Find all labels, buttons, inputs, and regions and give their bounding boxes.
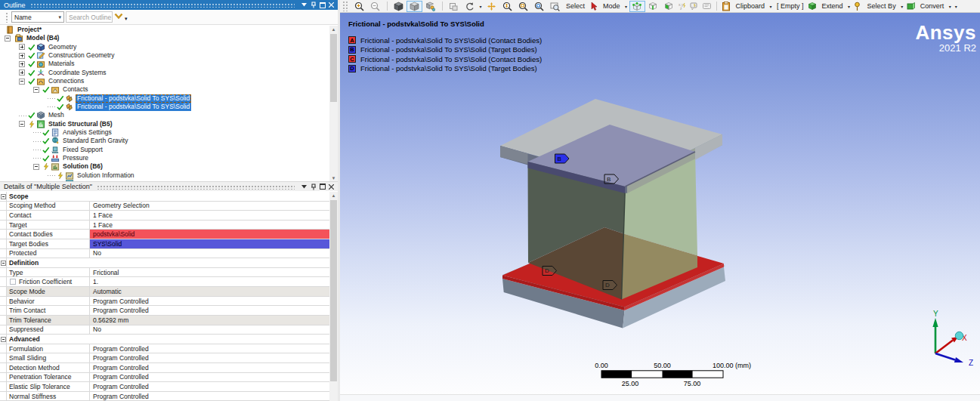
tree-item-construction-geometry[interactable]: Construction Geometry <box>0 51 330 60</box>
details-value[interactable]: 0.56292 mm <box>90 316 329 325</box>
manage-views-icon[interactable] <box>422 1 438 12</box>
tree-item-static-structural-b5[interactable]: Static Structural (B5) <box>0 120 330 128</box>
tree-item-analysis-settings[interactable]: Analysis Settings <box>0 128 330 137</box>
details-scrollbar[interactable]: ▲ <box>329 192 338 401</box>
toolbar-drag-handle[interactable] <box>342 1 348 11</box>
shaded-view-cube-icon[interactable] <box>407 1 422 12</box>
details-row-gutter[interactable] <box>0 258 7 267</box>
details-scroll-thumb[interactable] <box>330 200 337 381</box>
tree-expander-minus-icon[interactable] <box>33 164 39 170</box>
select-by-label[interactable]: Select By <box>864 1 899 12</box>
tree-expander-minus-icon[interactable] <box>19 121 25 127</box>
tree-filter-type-combobox[interactable]: Name ▾ <box>11 11 64 23</box>
orientation-triad[interactable]: YXZ <box>932 310 973 367</box>
outline-more-caret-icon[interactable]: ▾ <box>125 16 128 22</box>
group-collapse-icon[interactable] <box>1 194 6 199</box>
extend-label[interactable]: Extend <box>819 1 846 12</box>
details-value[interactable]: Frictional <box>90 268 329 277</box>
tree-expander-minus-icon[interactable] <box>19 79 25 85</box>
tree-expander-plus-icon[interactable] <box>19 44 25 50</box>
rotate-dropdown-caret[interactable]: ▾ <box>478 1 484 12</box>
tree-item-materials[interactable]: Materials <box>0 60 330 68</box>
outline-close-icon[interactable] <box>327 1 335 9</box>
viewports-icon[interactable] <box>446 1 462 12</box>
outline-search-input[interactable]: Search Outline <box>66 11 113 23</box>
zoom-mode-icon[interactable] <box>499 1 515 12</box>
details-chevron-down-icon[interactable] <box>300 183 308 191</box>
outline-header-drag-texture[interactable] <box>30 2 295 8</box>
tree-scroll-up-icon[interactable]: ▲ <box>329 26 338 32</box>
group-collapse-icon[interactable] <box>1 261 6 266</box>
triad-axis-z[interactable] <box>935 353 955 360</box>
select-by-pin-icon[interactable] <box>852 1 864 12</box>
extend-dropdown-caret[interactable]: ▾ <box>846 1 852 12</box>
tree-item-pressure[interactable]: Pressure <box>0 154 330 162</box>
mode-cursor-icon[interactable] <box>588 1 600 12</box>
details-value[interactable]: Program Controlled <box>90 306 329 315</box>
outline-tree-scrollbar[interactable]: ▲ ▼ <box>329 26 338 181</box>
zoom-out-icon[interactable] <box>367 1 383 12</box>
details-row-gutter[interactable] <box>0 335 7 344</box>
details-value[interactable]: Program Controlled <box>90 353 329 362</box>
convert-label[interactable]: Convert <box>917 1 948 12</box>
group-collapse-icon[interactable] <box>1 337 6 342</box>
details-header-drag-texture[interactable] <box>97 184 295 190</box>
extend-cube-icon[interactable] <box>807 1 819 12</box>
box-zoom-icon[interactable] <box>515 1 531 12</box>
tree-item-frictional-podstvka-solid-to-sys-solid[interactable]: Frictional - podstvka\Solid To SYS\Solid <box>0 94 330 103</box>
tree-item-model-b4[interactable]: Model (B4) <box>0 34 330 42</box>
clipboard-dropdown-caret[interactable]: ▾ <box>768 1 774 12</box>
details-value[interactable]: 1 Face <box>90 221 329 230</box>
select-face-filter-icon[interactable] <box>661 1 677 12</box>
magnifier-window-icon[interactable] <box>547 1 563 12</box>
clipboard-icon[interactable] <box>721 1 733 12</box>
iso-view-cube-icon[interactable] <box>391 1 407 12</box>
mode-label[interactable]: Mode <box>600 1 623 12</box>
tree-item-solution-b6[interactable]: Solution (B6) <box>0 162 330 171</box>
tree-expander-plus-icon[interactable] <box>19 69 25 76</box>
details-value[interactable]: 1 Face <box>90 211 329 220</box>
mode-dropdown-caret[interactable]: ▾ <box>623 1 629 12</box>
tree-item-mesh[interactable]: Mesh <box>0 111 330 119</box>
details-value[interactable]: podstvka\Solid <box>90 230 329 239</box>
triad-iso-ball[interactable] <box>955 332 963 339</box>
graphics-viewport[interactable]: BBDD0.0050.00100.00 (mm)25.0075.00YXZ Fr… <box>340 13 980 394</box>
tree-item-connections[interactable]: Connections <box>0 77 330 85</box>
select-vertex-filter-icon[interactable] <box>629 1 645 12</box>
outline-chevron-down-icon[interactable] <box>300 1 308 9</box>
tree-item-fixed-support[interactable]: Fixed Support <box>0 146 330 154</box>
details-value[interactable]: Program Controlled <box>90 344 329 353</box>
tree-expander-minus-icon[interactable] <box>5 35 11 42</box>
details-pin-icon[interactable] <box>309 183 317 191</box>
zoom-to-fit-icon[interactable] <box>531 1 547 12</box>
details-value[interactable]: Program Controlled <box>90 392 329 401</box>
details-row-gutter[interactable] <box>0 192 7 201</box>
toolbar-overflow-caret[interactable]: ▾ <box>953 1 959 12</box>
details-value[interactable]: Automatic <box>90 287 329 296</box>
tree-item-frictional-podstvka-solid-to-sys-solid[interactable]: Frictional - podstvka\Solid To SYS\Solid <box>0 103 330 111</box>
pan-icon[interactable] <box>484 1 499 12</box>
details-maximize-icon[interactable] <box>318 183 326 191</box>
tree-item-geometry[interactable]: Geometry <box>0 43 330 51</box>
convert-cube-icon[interactable] <box>905 1 917 12</box>
details-value[interactable]: Geometry Selection <box>90 202 329 211</box>
details-value[interactable]: Program Controlled <box>90 373 329 382</box>
outline-pin-icon[interactable] <box>309 1 317 9</box>
details-scroll-up-icon[interactable]: ▲ <box>329 192 338 199</box>
rotate-icon[interactable] <box>462 1 478 12</box>
tree-scroll-down-icon[interactable]: ▼ <box>329 174 338 181</box>
tree-expander-plus-icon[interactable] <box>19 61 25 67</box>
select-edge-filter-icon[interactable] <box>645 1 661 12</box>
tree-expander-plus-icon[interactable] <box>19 53 25 59</box>
zoom-in-icon[interactable] <box>351 1 367 12</box>
clipboard-empty-label[interactable]: [ Empty ] <box>774 1 807 12</box>
details-value[interactable]: Program Controlled <box>90 382 329 391</box>
tree-item-contacts[interactable]: Contacts <box>0 85 330 94</box>
expand-collapse-chevron-icon[interactable] <box>114 13 123 21</box>
details-value[interactable]: Program Controlled <box>90 363 329 372</box>
outline-maximize-icon[interactable] <box>318 1 326 9</box>
select-by-dropdown-caret[interactable]: ▾ <box>899 1 905 12</box>
details-value[interactable]: SYS\Solid <box>90 239 329 248</box>
label-note-icon[interactable] <box>701 1 713 12</box>
tree-item-solution-information[interactable]: Solution Information <box>0 171 330 180</box>
